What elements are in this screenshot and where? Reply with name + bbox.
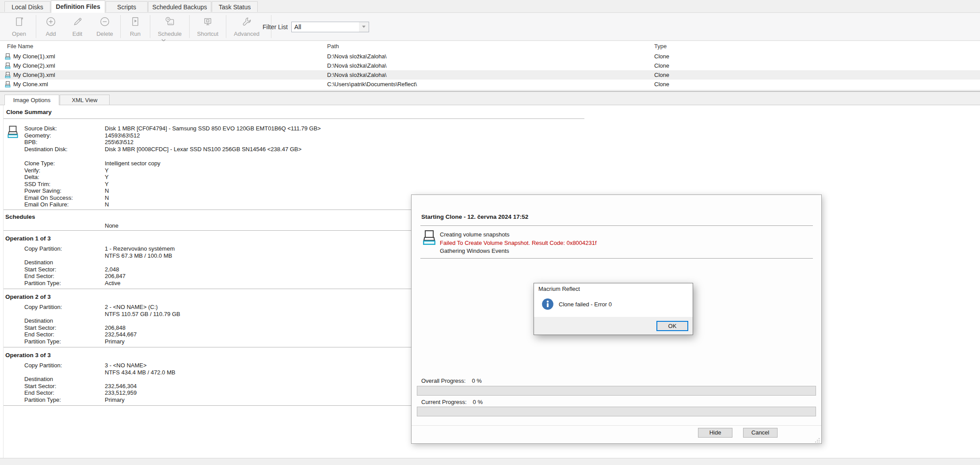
source-disk-label: Source Disk: — [24, 125, 105, 132]
partition-size: NTFS 110.57 GB / 110.79 GB — [105, 311, 180, 318]
email-failure-label: Email On Failure: — [24, 201, 105, 208]
partition-type-value: Primary — [105, 338, 125, 345]
destination-disk-value: Disk 3 MBR [0008CFDC] - Lexar SSD NS100 … — [105, 146, 301, 153]
pane-left-border — [3, 105, 4, 458]
disk-info-block: Source Disk:Disk 1 MBR [CF0F4794] - Sams… — [6, 125, 980, 152]
file-type: Clone — [654, 80, 980, 89]
column-path[interactable]: Path — [327, 41, 654, 52]
error-message-box: Macrium Reflect Clone failed - Error 0 O… — [534, 283, 693, 335]
email-failure-value: N — [105, 201, 109, 208]
toolbar-separator — [120, 15, 121, 38]
partition-type-label: Partition Type: — [24, 396, 105, 404]
source-disk-value: Disk 1 MBR [CF0F4794] - Samsung SSD 850 … — [105, 125, 321, 132]
file-name: My Clone(2).xml — [13, 61, 55, 70]
partition-type-value: Primary — [105, 396, 125, 404]
end-sector-label: End Sector: — [24, 273, 105, 280]
open-label: Open — [12, 30, 26, 37]
table-row-selected[interactable]: My Clone(3).xml D:\Nová složka\Zaloha\ C… — [0, 70, 980, 80]
table-row[interactable]: My Clone(2).xml D:\Nová složka\Zaloha\ C… — [0, 61, 980, 70]
clone-summary-title: Clone Summary — [6, 109, 980, 116]
destination-disk-label: Destination Disk: — [24, 146, 105, 153]
advanced-button[interactable]: Advanced — [228, 13, 266, 40]
message-box-footer: OK — [534, 317, 693, 335]
end-sector-label: End Sector: — [24, 331, 105, 338]
list-header-row: File Name Path Type — [0, 41, 980, 52]
resize-grip[interactable] — [815, 437, 820, 442]
edit-icon — [72, 16, 83, 29]
destination-label: Destination — [24, 376, 105, 383]
end-sector-label: End Sector: — [24, 389, 105, 396]
clone-file-icon — [4, 81, 11, 88]
toolbar-separator — [150, 15, 150, 38]
add-icon — [45, 16, 57, 29]
run-button[interactable]: Run — [122, 13, 149, 40]
schedule-dropdown-chevron-icon[interactable] — [160, 36, 167, 41]
tab-local-disks[interactable]: Local Disks — [4, 1, 50, 12]
clone-type-label: Clone Type: — [24, 160, 105, 167]
edit-label: Edit — [72, 30, 82, 37]
delta-label: Delta: — [24, 174, 105, 181]
edit-button[interactable]: Edit — [64, 13, 91, 40]
cancel-button[interactable]: Cancel — [743, 428, 778, 438]
file-path: D:\Nová složka\Zaloha\ — [327, 70, 654, 80]
status-line: Gathering Windows Events — [440, 247, 597, 255]
file-type: Clone — [654, 52, 980, 61]
file-path: D:\Nová složka\Zaloha\ — [327, 52, 654, 61]
file-name: My Clone(1).xml — [13, 52, 55, 61]
geometry-label: Geometry: — [24, 132, 105, 139]
partition-size: NTFS 434.4 MB / 472.0 MB — [105, 369, 175, 376]
dialog-divider — [420, 258, 813, 259]
ok-button[interactable]: OK — [656, 321, 688, 331]
tab-scripts[interactable]: Scripts — [106, 1, 148, 12]
start-sector-value: 206,848 — [105, 324, 126, 332]
tab-xml-view[interactable]: XML View — [60, 95, 110, 105]
partition-type-label: Partition Type: — [24, 280, 105, 287]
geometry-value: 14593\63\512 — [105, 132, 140, 139]
open-icon — [13, 16, 25, 29]
tab-definition-files[interactable]: Definition Files — [51, 0, 105, 13]
start-sector-label: Start Sector: — [24, 324, 105, 332]
clone-disk-icon — [421, 229, 438, 245]
start-sector-label: Start Sector: — [24, 266, 105, 273]
destination-label: Destination — [24, 259, 105, 266]
toolbar-separator — [226, 15, 226, 38]
filter-list-value: All — [292, 23, 359, 30]
email-success-value: N — [105, 194, 109, 202]
tab-task-status[interactable]: Task Status — [212, 1, 258, 12]
copy-partition-label: Copy Partition: — [24, 304, 105, 317]
advanced-icon — [241, 16, 252, 29]
delete-label: Delete — [96, 30, 113, 37]
overall-progress-label: Overall Progress:0 % — [421, 377, 482, 384]
file-type: Clone — [654, 61, 980, 70]
table-row[interactable]: My Clone(1).xml D:\Nová složka\Zaloha\ C… — [0, 52, 980, 61]
column-type[interactable]: Type — [654, 41, 980, 52]
delete-button[interactable]: Delete — [91, 13, 119, 40]
bpb-value: 255\63\512 — [105, 139, 133, 146]
open-button[interactable]: Open — [4, 13, 34, 40]
shortcut-button[interactable]: Shortcut — [191, 13, 225, 40]
tab-scheduled-backups[interactable]: Scheduled Backups — [148, 1, 211, 12]
schedule-button[interactable]: Schedule — [152, 13, 188, 40]
power-saving-value: N — [105, 187, 109, 194]
status-line: Creating volume snapshots — [440, 231, 597, 239]
chevron-down-icon[interactable] — [359, 22, 369, 32]
tab-image-options[interactable]: Image Options — [4, 95, 59, 105]
error-message: Clone failed - Error 0 — [559, 301, 612, 308]
add-button[interactable]: Add — [38, 13, 64, 40]
filter-list-select[interactable]: All — [291, 22, 369, 32]
filter-list-label: Filter List — [263, 23, 288, 30]
view-tab-bar: Image Options XML View — [0, 92, 980, 105]
partition-type-label: Partition Type: — [24, 338, 105, 345]
current-progress-value: 0 % — [473, 399, 483, 405]
table-row[interactable]: My Clone.xml C:\Users\patrik\Documents\R… — [0, 80, 980, 89]
window-bottom-strip — [0, 458, 980, 465]
toolbar-separator — [36, 15, 36, 38]
clone-file-icon — [4, 53, 11, 60]
verify-label: Verify: — [24, 167, 105, 174]
hide-button[interactable]: Hide — [698, 428, 732, 438]
partition-value: 1 - Rezervováno systémem — [105, 245, 175, 252]
file-name: My Clone.xml — [13, 80, 48, 89]
run-icon — [130, 16, 141, 29]
column-file-name[interactable]: File Name — [0, 41, 327, 52]
current-progress-label: Current Progress:0 % — [421, 399, 483, 405]
